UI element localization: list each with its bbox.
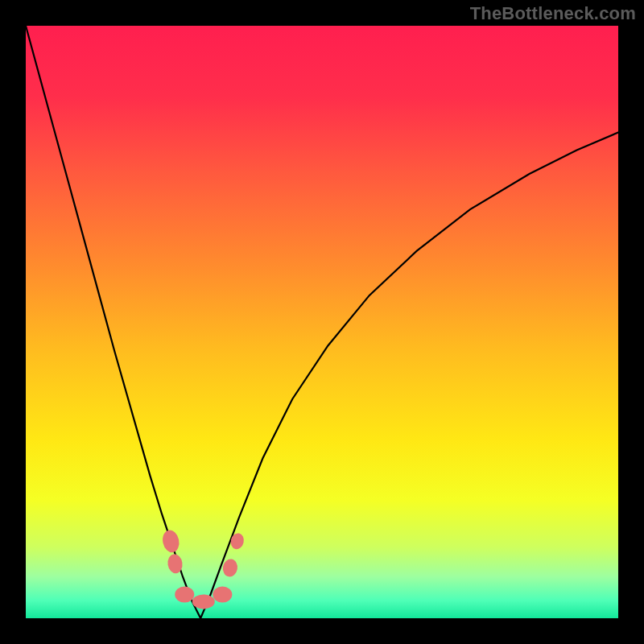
marker-dot — [192, 594, 215, 609]
chart-canvas — [0, 0, 644, 644]
chart-frame: TheBottleneck.com — [0, 0, 644, 644]
marker-dot — [175, 587, 194, 603]
plot-background — [26, 26, 618, 618]
marker-dot — [213, 587, 232, 603]
